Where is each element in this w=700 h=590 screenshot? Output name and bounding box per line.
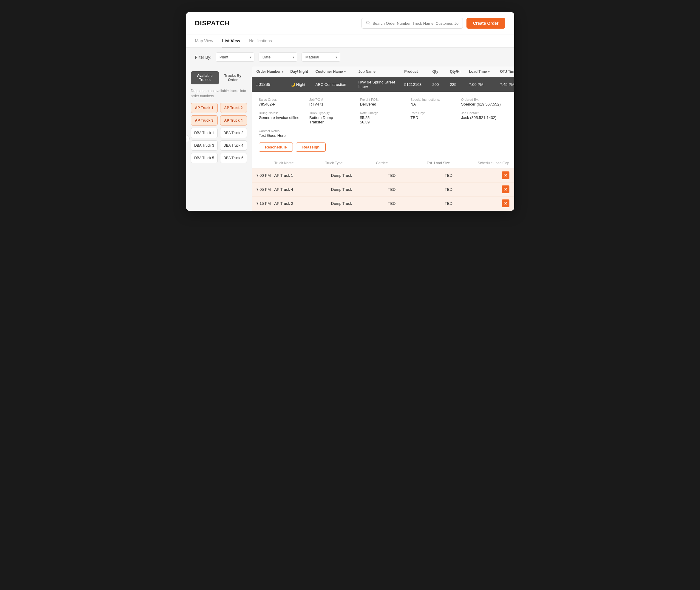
detail-ordered-by: Ordered By: Spencer (619.567.552) bbox=[461, 98, 507, 106]
truck-name-2: AP Truck 4 bbox=[274, 187, 331, 192]
th-day-night: Day/ Night bbox=[290, 70, 314, 74]
order-product: 51212163 bbox=[405, 82, 431, 87]
detail-rate-charge: Rate Charge: $5.25$6.39 bbox=[360, 111, 406, 124]
th-order-number: Order Number▼ bbox=[257, 70, 289, 74]
remove-truck-button-1[interactable]: ✕ bbox=[502, 172, 509, 179]
contact-notes-label: Contact Notes: bbox=[259, 129, 305, 133]
plant-filter-wrapper[interactable]: Plant bbox=[215, 53, 254, 62]
sidebar-tab-trucks-by-order[interactable]: Trucks By Order bbox=[219, 71, 247, 84]
material-filter[interactable]: Material bbox=[301, 53, 340, 62]
truck-chip-ap-truck-4[interactable]: AP Truck 4 bbox=[220, 115, 247, 125]
svg-line-1 bbox=[369, 23, 370, 24]
job-contact-value: Jack (305.521.1432) bbox=[461, 115, 507, 120]
truck-chip-dba-truck-3[interactable]: DBA Truck 3 bbox=[191, 140, 218, 151]
detail-actions: Reschedule Reassign bbox=[259, 142, 507, 152]
truck-chip-ap-truck-2[interactable]: AP Truck 2 bbox=[220, 103, 247, 113]
svg-point-0 bbox=[366, 21, 369, 24]
material-filter-wrapper[interactable]: Material bbox=[301, 53, 340, 62]
special-instructions-label: Special Instructions: bbox=[410, 98, 456, 101]
order-job-name: Hwy 94 Spring Street Imprv bbox=[358, 80, 403, 89]
detail-freight-fob: Freight FOB: Delivered bbox=[360, 98, 406, 106]
sidebar: ‹ Available Trucks Trucks By Order Drag … bbox=[186, 67, 252, 211]
order-row-header[interactable]: #01289 🌙 Night ABC Construction Hwy 94 S… bbox=[252, 77, 514, 92]
reschedule-button[interactable]: Reschedule bbox=[259, 142, 293, 152]
truck-chip-dba-truck-1[interactable]: DBA Truck 1 bbox=[191, 128, 218, 138]
assigned-truck-row: 7:15 PM AP Truck 2 Dump Truck TBD TBD ✕ bbox=[252, 196, 514, 210]
truck-type-1: Dump Truck bbox=[331, 173, 388, 178]
ordered-by-value: Spencer (619.567.552) bbox=[461, 102, 507, 106]
trucks-table-header: Truck Name Truck Type Carrier: Est. Load… bbox=[252, 158, 514, 169]
schedule-load-gap-link[interactable]: Schedule Load Gap bbox=[477, 161, 509, 165]
th-est-load-size: Est. Load Size bbox=[427, 161, 477, 165]
th-load-time: Load Time▼ bbox=[469, 70, 499, 74]
th-qty: Qty bbox=[432, 70, 449, 74]
reassign-button[interactable]: Reassign bbox=[296, 142, 326, 152]
truck-time-1: 7:00 PM bbox=[257, 173, 274, 178]
th-qty-hr: Qty/Hr bbox=[450, 70, 468, 74]
sales-order-value: 785462-P bbox=[259, 102, 305, 106]
remove-truck-button-2[interactable]: ✕ bbox=[502, 185, 509, 193]
order-number: #01289 bbox=[257, 82, 289, 87]
th-truck-type: Truck Type bbox=[325, 161, 376, 165]
job-contact-label: Job Contact: bbox=[461, 111, 507, 115]
order-qty: 200 bbox=[432, 82, 449, 87]
truck-chip-dba-truck-2[interactable]: DBA Truck 2 bbox=[220, 128, 247, 138]
truck-chip-ap-truck-3[interactable]: AP Truck 3 bbox=[191, 115, 218, 125]
truck-chip-ap-truck-1[interactable]: AP Truck 1 bbox=[191, 103, 218, 113]
detail-grid: Sales Order: 785462-P Job/PO # RTV471 Fr… bbox=[259, 98, 507, 138]
header-right: Create Order bbox=[361, 18, 505, 29]
truck-types-label: Truck Type(s): bbox=[309, 111, 355, 115]
truck-carrier-3: TBD bbox=[388, 201, 445, 206]
truck-est-load-3: TBD bbox=[445, 201, 502, 206]
search-input[interactable] bbox=[372, 21, 458, 26]
order-detail: Sales Order: 785462-P Job/PO # RTV471 Fr… bbox=[252, 92, 514, 158]
truck-name-1: AP Truck 1 bbox=[274, 173, 331, 178]
tab-list-view[interactable]: List View bbox=[222, 35, 240, 47]
content-area: Order Number▼ Day/ Night Customer Name▼ … bbox=[252, 67, 514, 211]
table-header: Order Number▼ Day/ Night Customer Name▼ … bbox=[252, 67, 514, 77]
detail-special-instructions: Special Instructions: NA bbox=[410, 98, 456, 106]
truck-chip-dba-truck-5[interactable]: DBA Truck 5 bbox=[191, 153, 218, 163]
order-otj-time: 7:45 PM bbox=[500, 82, 514, 87]
header: DISPATCH Create Order bbox=[186, 12, 514, 35]
sidebar-tabs: Available Trucks Trucks By Order bbox=[191, 71, 247, 84]
truck-grid: AP Truck 1 AP Truck 2 AP Truck 3 AP Truc… bbox=[191, 103, 247, 163]
main-layout: ‹ Available Trucks Trucks By Order Drag … bbox=[186, 67, 514, 211]
freight-fob-value: Delivered bbox=[360, 102, 406, 106]
detail-billing-notes: Billing Notes: Generate invoice offline bbox=[259, 111, 305, 124]
truck-chip-dba-truck-4[interactable]: DBA Truck 4 bbox=[220, 140, 247, 151]
detail-job-contact: Job Contact: Jack (305.521.1432) bbox=[461, 111, 507, 124]
order-qty-hr: 225 bbox=[450, 82, 468, 87]
detail-job-po: Job/PO # RTV471 bbox=[309, 98, 355, 106]
sidebar-tab-available-trucks[interactable]: Available Trucks bbox=[191, 71, 219, 84]
order-row-container: #01289 🌙 Night ABC Construction Hwy 94 S… bbox=[252, 77, 514, 211]
tab-notifications[interactable]: Notifications bbox=[249, 35, 272, 47]
sidebar-hint: Drag and drop available trucks into orde… bbox=[191, 89, 247, 99]
truck-carrier-2: TBD bbox=[388, 187, 445, 192]
truck-time-2: 7:05 PM bbox=[257, 187, 274, 192]
truck-types-value: Bottom DumpTransfer bbox=[309, 115, 355, 124]
date-filter-wrapper[interactable]: Date bbox=[259, 53, 297, 62]
th-customer-name: Customer Name▼ bbox=[316, 70, 357, 74]
app-container: DISPATCH Create Order Map View List View… bbox=[186, 12, 514, 211]
remove-truck-button-3[interactable]: ✕ bbox=[502, 199, 509, 207]
billing-notes-value: Generate invoice offline bbox=[259, 115, 305, 120]
detail-truck-types: Truck Type(s): Bottom DumpTransfer bbox=[309, 111, 355, 124]
truck-time-3: 7:15 PM bbox=[257, 201, 274, 206]
create-order-button[interactable]: Create Order bbox=[466, 18, 505, 29]
th-product: Product bbox=[405, 70, 431, 74]
search-box[interactable] bbox=[361, 18, 463, 29]
truck-type-2: Dump Truck bbox=[331, 187, 388, 192]
truck-type-3: Dump Truck bbox=[331, 201, 388, 206]
detail-contact-notes: Contact Notes: Text Goes Here bbox=[259, 129, 305, 138]
contact-notes-value: Text Goes Here bbox=[259, 133, 305, 138]
search-icon bbox=[366, 21, 370, 26]
truck-chip-dba-truck-6[interactable]: DBA Truck 6 bbox=[220, 153, 247, 163]
plant-filter[interactable]: Plant bbox=[215, 53, 254, 62]
assigned-truck-row: 7:05 PM AP Truck 4 Dump Truck TBD TBD ✕ bbox=[252, 183, 514, 196]
order-day-night: 🌙 Night bbox=[290, 82, 314, 87]
freight-fob-label: Freight FOB: bbox=[360, 98, 406, 101]
tab-map-view[interactable]: Map View bbox=[195, 35, 213, 47]
date-filter[interactable]: Date bbox=[259, 53, 297, 62]
sidebar-collapse-button[interactable]: ‹ bbox=[186, 135, 190, 142]
